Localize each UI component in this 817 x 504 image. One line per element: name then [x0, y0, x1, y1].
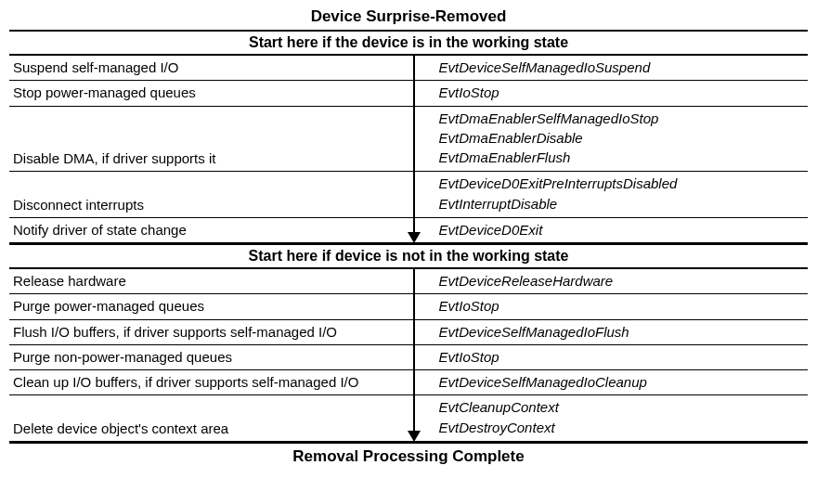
step-callbacks: EvtDeviceD0Exit [417, 217, 808, 242]
table-row: Flush I/O buffers, if driver supports se… [9, 319, 808, 344]
table-row: Purge non-power-managed queuesEvtIoStop [9, 344, 808, 369]
step-description: Flush I/O buffers, if driver supports se… [9, 319, 417, 344]
step-description: Purge non-power-managed queues [9, 344, 417, 369]
section1-table: Suspend self-managed I/OEvtDeviceSelfMan… [9, 56, 808, 243]
section2-heading: Start here if device is not in the worki… [9, 243, 808, 269]
callback-name: EvtDeviceD0ExitPreInterruptsDisabled [439, 174, 802, 194]
callback-name: EvtDmaEnablerSelfManagedIoStop [439, 110, 802, 129]
step-description: Stop power-managed queues [9, 81, 417, 106]
callback-name: EvtDeviceReleaseHardware [439, 272, 802, 291]
step-description: Disable DMA, if driver supports it [9, 106, 417, 172]
step-callbacks: EvtDeviceD0ExitPreInterruptsDisabledEvtI… [417, 172, 808, 218]
callback-name: EvtDeviceSelfManagedIoCleanup [439, 373, 802, 392]
step-callbacks: EvtCleanupContextEvtDestroyContext [417, 395, 808, 442]
table-row: Purge power-managed queuesEvtIoStop [9, 294, 808, 319]
diagram-title: Device Surprise-Removed [9, 6, 808, 30]
step-callbacks: EvtDeviceReleaseHardware [417, 269, 808, 294]
callback-name: EvtInterruptDisable [439, 195, 802, 214]
table-row: Disconnect interruptsEvtDeviceD0ExitPreI… [9, 172, 808, 218]
step-description: Clean up I/O buffers, if driver supports… [9, 370, 417, 395]
step-description: Disconnect interrupts [9, 172, 417, 218]
table-row: Stop power-managed queuesEvtIoStop [9, 81, 808, 106]
callback-name: EvtDmaEnablerFlush [439, 149, 802, 168]
diagram-container: Device Surprise-Removed Start here if th… [9, 6, 808, 468]
callback-name: EvtIoStop [439, 297, 802, 316]
step-description: Delete device object's context area [9, 395, 417, 442]
step-callbacks: EvtIoStop [417, 81, 808, 106]
callback-name: EvtCleanupContext [439, 398, 802, 418]
step-callbacks: EvtDmaEnablerSelfManagedIoStopEvtDmaEnab… [417, 106, 808, 172]
arrow-down-icon [408, 232, 421, 243]
callback-name: EvtDeviceSelfManagedIoFlush [439, 323, 802, 342]
table-row: Suspend self-managed I/OEvtDeviceSelfMan… [9, 56, 808, 81]
step-description: Notify driver of state change [9, 217, 417, 242]
arrow-down-icon [413, 269, 415, 433]
arrow-down-icon [408, 431, 421, 442]
callback-name: EvtDeviceSelfManagedIoSuspend [439, 58, 802, 77]
callback-name: EvtIoStop [439, 348, 802, 367]
step-callbacks: EvtIoStop [417, 344, 808, 369]
callback-name: EvtDeviceD0Exit [439, 221, 802, 239]
table-row: Disable DMA, if driver supports itEvtDma… [9, 106, 808, 172]
callback-name: EvtIoStop [439, 84, 802, 102]
table-row: Release hardwareEvtDeviceReleaseHardware [9, 269, 808, 294]
arrow-down-icon [413, 56, 415, 234]
step-description: Purge power-managed queues [9, 294, 417, 319]
callback-name: EvtDestroyContext [439, 419, 802, 438]
table-row: Clean up I/O buffers, if driver supports… [9, 370, 808, 395]
diagram-footer: Removal Processing Complete [9, 442, 808, 468]
step-callbacks: EvtDeviceSelfManagedIoFlush [417, 319, 808, 344]
callback-name: EvtDmaEnablerDisable [439, 129, 802, 149]
section2-table: Release hardwareEvtDeviceReleaseHardware… [9, 269, 808, 442]
step-callbacks: EvtDeviceSelfManagedIoSuspend [417, 56, 808, 81]
step-description: Release hardware [9, 269, 417, 294]
step-callbacks: EvtDeviceSelfManagedIoCleanup [417, 370, 808, 395]
step-callbacks: EvtIoStop [417, 294, 808, 319]
step-description: Suspend self-managed I/O [9, 56, 417, 81]
section1-heading: Start here if the device is in the worki… [9, 30, 808, 56]
